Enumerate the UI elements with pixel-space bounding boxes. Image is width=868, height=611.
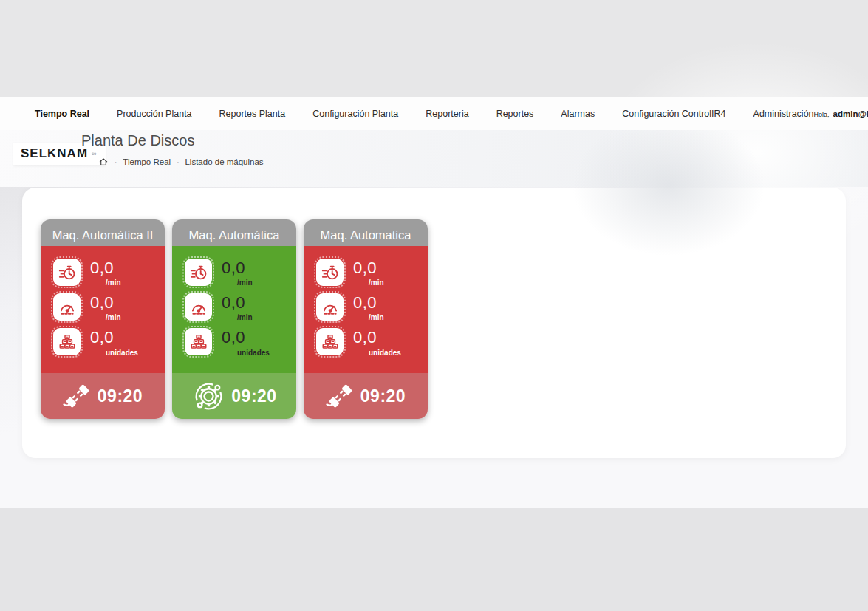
machine-name: Maq. Automatica xyxy=(304,219,428,246)
machine-cards: Maq. Automática II 0,0 /min xyxy=(22,188,846,419)
page-title: Planta De Discos xyxy=(81,132,194,149)
metric-value: 0,0 xyxy=(353,259,384,277)
metric-unit: /min xyxy=(369,313,384,321)
logo-mark-icon: ∞ xyxy=(92,150,97,157)
stack-icon xyxy=(185,328,212,355)
machine-status-footer: 09:20 xyxy=(172,373,296,419)
stack-icon xyxy=(316,328,344,355)
breadcrumb: · Tiempo Real · Listado de máquinas xyxy=(98,157,264,167)
nav-item-reportes-planta[interactable]: Reportes Planta xyxy=(219,109,286,119)
page-header: SELKNAM ∞ Planta De Discos · Tiempo Real… xyxy=(0,130,868,187)
machine-name: Maq. Automática II xyxy=(41,219,165,246)
metric-value: 0,0 xyxy=(222,259,253,277)
metric-row: 0,0 unidades xyxy=(185,328,296,356)
page: Tiempo Real Producción Planta Reportes P… xyxy=(0,0,868,611)
brand-name: SELKNAM xyxy=(21,146,88,161)
machine-time: 09:20 xyxy=(360,386,406,406)
machine-metrics: 0,0 /min 0,0 /min xyxy=(172,246,296,373)
machine-metrics: 0,0 /min 0,0 /min xyxy=(41,246,165,373)
plug-disconnected-icon xyxy=(63,381,92,411)
metric-row: 0,0 /min xyxy=(316,259,428,287)
user-email: admin@ir4hub.cl xyxy=(833,109,868,118)
plug-disconnected-icon xyxy=(326,381,355,411)
nav-items: Tiempo Real Producción Planta Reportes P… xyxy=(35,109,814,119)
breadcrumb-separator: · xyxy=(115,158,117,166)
stopwatch-icon xyxy=(185,259,212,286)
metric-row: 0,0 unidades xyxy=(316,328,428,356)
metric-value: 0,0 xyxy=(222,329,270,347)
metric-value: 0,0 xyxy=(90,294,121,312)
user-greeting[interactable]: Hola, admin@ir4hub.cl xyxy=(814,109,868,118)
metric-value: 0,0 xyxy=(222,294,253,312)
stopwatch-icon xyxy=(316,259,344,286)
breadcrumb-listado-de-maquinas: Listado de máquinas xyxy=(185,157,263,166)
metric-unit: unidades xyxy=(106,349,138,357)
metric-unit: /min xyxy=(106,313,121,321)
nav-item-configuracion-planta[interactable]: Configuración Planta xyxy=(312,109,398,119)
content-area: Maq. Automática II 0,0 /min xyxy=(0,187,868,508)
main-navbar: Tiempo Real Producción Planta Reportes P… xyxy=(0,97,868,130)
nav-item-configuracion-controlir4[interactable]: Configuración ControlIR4 xyxy=(622,109,725,119)
stopwatch-icon xyxy=(53,259,81,286)
metric-row: 0,0 /min xyxy=(316,293,428,321)
machine-time: 09:20 xyxy=(231,386,276,406)
greeting-prefix: Hola, xyxy=(814,111,830,118)
home-icon[interactable] xyxy=(98,157,109,167)
metric-value: 0,0 xyxy=(90,329,138,347)
gauge-icon xyxy=(316,293,344,321)
machine-status-footer: 09:20 xyxy=(41,373,165,419)
gauge-icon xyxy=(185,293,212,321)
metric-value: 0,0 xyxy=(353,329,401,347)
metric-unit: /min xyxy=(237,313,253,321)
gear-icon xyxy=(191,379,226,414)
metric-row: 0,0 unidades xyxy=(53,328,165,356)
breadcrumb-separator: · xyxy=(177,158,179,166)
nav-item-alarmas[interactable]: Alarmas xyxy=(561,109,595,119)
nav-item-tiempo-real[interactable]: Tiempo Real xyxy=(35,109,89,119)
machine-time: 09:20 xyxy=(98,386,143,406)
machine-card-maq-automatica-ii[interactable]: Maq. Automática II 0,0 /min xyxy=(41,219,165,419)
metric-unit: /min xyxy=(106,279,121,287)
machines-panel: Maq. Automática II 0,0 /min xyxy=(22,188,846,458)
nav-item-reportes[interactable]: Reportes xyxy=(496,109,534,119)
breadcrumb-tiempo-real[interactable]: Tiempo Real xyxy=(123,157,171,166)
nav-item-reporteria[interactable]: Reporteria xyxy=(426,109,468,119)
metric-value: 0,0 xyxy=(90,259,121,277)
metric-row: 0,0 /min xyxy=(53,293,165,321)
machine-card-maq-automatica-2[interactable]: Maq. Automatica 0,0 /min 0, xyxy=(304,219,428,419)
metric-unit: unidades xyxy=(369,349,401,357)
gauge-icon xyxy=(53,293,81,321)
metric-row: 0,0 /min xyxy=(185,293,296,321)
metric-unit: /min xyxy=(369,279,384,287)
metric-unit: unidades xyxy=(237,349,270,357)
machine-name: Maq. Automática xyxy=(172,219,296,246)
metric-value: 0,0 xyxy=(353,294,384,312)
metric-unit: /min xyxy=(237,279,253,287)
metric-row: 0,0 /min xyxy=(185,259,296,287)
top-band xyxy=(0,0,868,97)
nav-item-produccion-planta[interactable]: Producción Planta xyxy=(117,109,191,119)
machine-metrics: 0,0 /min 0,0 /min xyxy=(304,246,428,373)
bottom-band xyxy=(0,508,868,611)
stack-icon xyxy=(53,328,81,355)
nav-item-administracion[interactable]: Administración xyxy=(753,109,814,119)
machine-status-footer: 09:20 xyxy=(304,373,428,419)
metric-row: 0,0 /min xyxy=(53,259,165,287)
machine-card-maq-automatica[interactable]: Maq. Automática 0,0 /min 0, xyxy=(172,219,296,419)
